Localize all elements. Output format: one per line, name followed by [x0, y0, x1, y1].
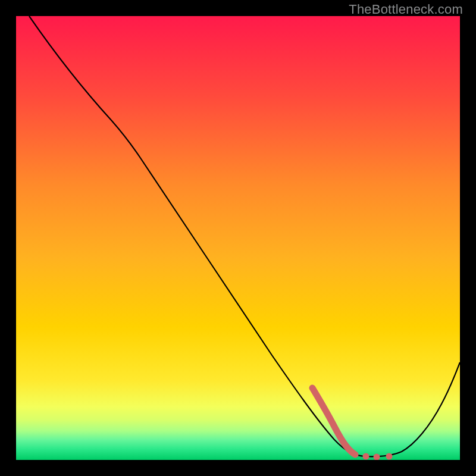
gradient-background [16, 16, 460, 460]
optimal-dot [386, 453, 393, 460]
optimal-dot [363, 453, 369, 460]
bottleneck-chart [16, 16, 460, 460]
optimal-dot [374, 454, 380, 461]
watermark-text: TheBottleneck.com [349, 2, 463, 17]
chart-frame: TheBottleneck.com [0, 0, 476, 476]
